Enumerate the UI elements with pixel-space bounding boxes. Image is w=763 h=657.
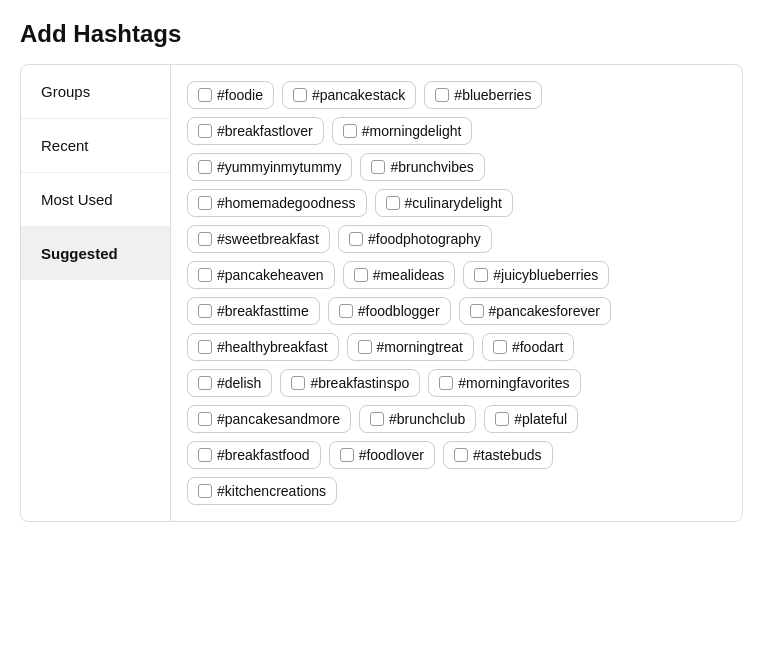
tag-chip[interactable]: #tastebuds: [443, 441, 553, 469]
tag-label: #brunchvibes: [390, 159, 473, 175]
tag-chip[interactable]: #morningdelight: [332, 117, 473, 145]
tag-checkbox[interactable]: [495, 412, 509, 426]
tag-row-7: #healthybreakfast#morningtreat#foodart: [187, 333, 726, 361]
tag-chip[interactable]: #breakfastlover: [187, 117, 324, 145]
tag-chip[interactable]: #sweetbreakfast: [187, 225, 330, 253]
tag-checkbox[interactable]: [340, 448, 354, 462]
tag-chip[interactable]: #delish: [187, 369, 272, 397]
tag-chip[interactable]: #plateful: [484, 405, 578, 433]
tag-chip[interactable]: #culinarydelight: [375, 189, 513, 217]
tag-chip[interactable]: #breakfastfood: [187, 441, 321, 469]
tag-chip[interactable]: #breakfasttime: [187, 297, 320, 325]
tag-label: #breakfastlover: [217, 123, 313, 139]
tag-chip[interactable]: #pancakeheaven: [187, 261, 335, 289]
add-hashtags-panel: GroupsRecentMost UsedSuggested #foodie#p…: [20, 64, 743, 522]
tag-chip[interactable]: #brunchvibes: [360, 153, 484, 181]
tag-checkbox[interactable]: [198, 196, 212, 210]
tag-chip[interactable]: #yummyinmytummy: [187, 153, 352, 181]
tag-chip[interactable]: #foodlover: [329, 441, 435, 469]
tag-chip[interactable]: #healthybreakfast: [187, 333, 339, 361]
tag-checkbox[interactable]: [293, 88, 307, 102]
tag-label: #kitchencreations: [217, 483, 326, 499]
tag-checkbox[interactable]: [198, 124, 212, 138]
tag-row-9: #pancakesandmore#brunchclub#plateful: [187, 405, 726, 433]
tag-checkbox[interactable]: [198, 268, 212, 282]
tag-checkbox[interactable]: [198, 160, 212, 174]
tag-label: #delish: [217, 375, 261, 391]
tag-chip[interactable]: #foodblogger: [328, 297, 451, 325]
tag-checkbox[interactable]: [493, 340, 507, 354]
tag-chip[interactable]: #morningfavorites: [428, 369, 580, 397]
tag-checkbox[interactable]: [439, 376, 453, 390]
tag-checkbox[interactable]: [339, 304, 353, 318]
tag-checkbox[interactable]: [198, 412, 212, 426]
tag-label: #foodblogger: [358, 303, 440, 319]
sidebar-item-groups[interactable]: Groups: [21, 65, 170, 119]
tag-chip[interactable]: #blueberries: [424, 81, 542, 109]
tag-chip[interactable]: #morningtreat: [347, 333, 474, 361]
tag-row-5: #pancakeheaven#mealideas#juicyblueberrie…: [187, 261, 726, 289]
tag-label: #homemadegoodness: [217, 195, 356, 211]
tag-chip[interactable]: #foodphotography: [338, 225, 492, 253]
tag-row-3: #homemadegoodness#culinarydelight: [187, 189, 726, 217]
hashtag-content: #foodie#pancakestack#blueberries#breakfa…: [171, 65, 742, 521]
tag-checkbox[interactable]: [343, 124, 357, 138]
tag-chip[interactable]: #foodart: [482, 333, 574, 361]
sidebar: GroupsRecentMost UsedSuggested: [21, 65, 171, 521]
tag-row-11: #kitchencreations: [187, 477, 726, 505]
tag-checkbox[interactable]: [198, 484, 212, 498]
tag-checkbox[interactable]: [370, 412, 384, 426]
tag-chip[interactable]: #foodie: [187, 81, 274, 109]
sidebar-item-recent[interactable]: Recent: [21, 119, 170, 173]
tag-checkbox[interactable]: [454, 448, 468, 462]
tag-checkbox[interactable]: [358, 340, 372, 354]
tag-label: #morningfavorites: [458, 375, 569, 391]
tag-chip[interactable]: #kitchencreations: [187, 477, 337, 505]
tag-row-10: #breakfastfood#foodlover#tastebuds: [187, 441, 726, 469]
tag-label: #pancakesforever: [489, 303, 600, 319]
tag-label: #breakfastinspo: [310, 375, 409, 391]
tag-label: #juicyblueberries: [493, 267, 598, 283]
tag-chip[interactable]: #pancakesandmore: [187, 405, 351, 433]
tag-chip[interactable]: #mealideas: [343, 261, 456, 289]
tag-label: #pancakeheaven: [217, 267, 324, 283]
tag-chip[interactable]: #pancakestack: [282, 81, 416, 109]
sidebar-item-suggested[interactable]: Suggested: [21, 227, 170, 280]
tag-row-2: #yummyinmytummy#brunchvibes: [187, 153, 726, 181]
tag-checkbox[interactable]: [198, 340, 212, 354]
tag-checkbox[interactable]: [198, 88, 212, 102]
tag-chip[interactable]: #homemadegoodness: [187, 189, 367, 217]
tag-label: #brunchclub: [389, 411, 465, 427]
tag-checkbox[interactable]: [349, 232, 363, 246]
tag-label: #mealideas: [373, 267, 445, 283]
tag-chip[interactable]: #breakfastinspo: [280, 369, 420, 397]
tag-row-1: #breakfastlover#morningdelight: [187, 117, 726, 145]
page-title: Add Hashtags: [20, 20, 743, 48]
tag-label: #foodie: [217, 87, 263, 103]
tag-checkbox[interactable]: [291, 376, 305, 390]
tag-checkbox[interactable]: [474, 268, 488, 282]
tag-checkbox[interactable]: [198, 232, 212, 246]
tag-checkbox[interactable]: [198, 376, 212, 390]
tag-label: #pancakestack: [312, 87, 405, 103]
tag-checkbox[interactable]: [198, 448, 212, 462]
tag-checkbox[interactable]: [386, 196, 400, 210]
tag-checkbox[interactable]: [435, 88, 449, 102]
tag-chip[interactable]: #juicyblueberries: [463, 261, 609, 289]
tag-label: #blueberries: [454, 87, 531, 103]
tag-label: #sweetbreakfast: [217, 231, 319, 247]
tag-label: #plateful: [514, 411, 567, 427]
tag-chip[interactable]: #brunchclub: [359, 405, 476, 433]
tag-label: #foodlover: [359, 447, 424, 463]
tag-label: #pancakesandmore: [217, 411, 340, 427]
tag-label: #morningdelight: [362, 123, 462, 139]
tag-label: #breakfasttime: [217, 303, 309, 319]
tag-chip[interactable]: #pancakesforever: [459, 297, 611, 325]
tag-label: #morningtreat: [377, 339, 463, 355]
tag-checkbox[interactable]: [371, 160, 385, 174]
tag-label: #foodart: [512, 339, 563, 355]
sidebar-item-most-used[interactable]: Most Used: [21, 173, 170, 227]
tag-checkbox[interactable]: [354, 268, 368, 282]
tag-checkbox[interactable]: [198, 304, 212, 318]
tag-checkbox[interactable]: [470, 304, 484, 318]
